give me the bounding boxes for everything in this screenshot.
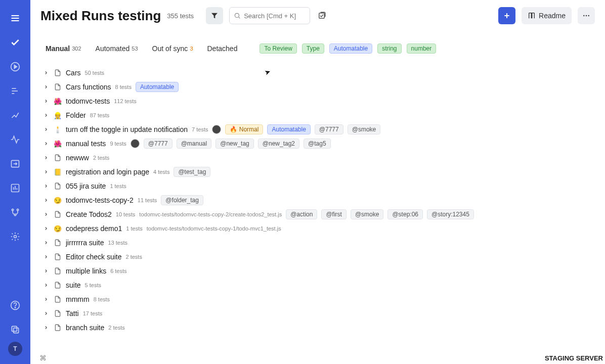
- import-icon[interactable]: [7, 156, 23, 172]
- global-tag[interactable]: Automatable: [329, 43, 372, 54]
- folder-row[interactable]: Cars functions8 testsAutomatable: [42, 80, 595, 94]
- keyboard-shortcut-icon[interactable]: ⌘: [39, 354, 52, 363]
- search-input-wrap[interactable]: [229, 7, 310, 24]
- folder-tag[interactable]: 🔥 Normal: [225, 124, 263, 134]
- folder-row[interactable]: 055 jira suite1 tests: [42, 179, 595, 193]
- chevron-right-icon[interactable]: [42, 83, 50, 90]
- folder-tests-count: 13 tests: [108, 240, 127, 246]
- gear-icon[interactable]: [7, 229, 23, 245]
- folder-tag[interactable]: @step:06: [387, 209, 423, 219]
- menu-icon[interactable]: [7, 10, 23, 26]
- chevron-right-icon[interactable]: [42, 324, 50, 331]
- chevron-right-icon[interactable]: [42, 225, 50, 232]
- steps-icon[interactable]: [7, 107, 23, 123]
- copy-icon[interactable]: [7, 322, 23, 338]
- folder-row[interactable]: 🌺manual tests9 tests@7777@manual@new_tag…: [42, 136, 595, 151]
- svg-point-32: [588, 15, 589, 16]
- add-button[interactable]: [498, 7, 515, 24]
- tab-automated[interactable]: Automated53: [96, 44, 138, 53]
- folder-row[interactable]: suite5 tests: [42, 278, 595, 292]
- chevron-right-icon[interactable]: [42, 239, 50, 246]
- chevron-right-icon[interactable]: [42, 211, 50, 218]
- chevron-right-icon[interactable]: [42, 154, 50, 161]
- folder-row[interactable]: newww2 tests: [42, 151, 595, 165]
- folder-row[interactable]: multiple links6 tests: [42, 264, 595, 278]
- pulse-icon[interactable]: [7, 131, 23, 148]
- search-input[interactable]: [244, 12, 306, 20]
- global-tag[interactable]: string: [377, 43, 401, 54]
- chevron-right-icon[interactable]: [42, 183, 50, 190]
- chevron-right-icon[interactable]: [42, 197, 50, 204]
- folder-row[interactable]: Cars50 tests: [42, 66, 595, 80]
- folder-tag[interactable]: @folder_tag: [161, 195, 203, 205]
- assignee-avatar[interactable]: [212, 125, 221, 134]
- folder-row[interactable]: Tatti17 tests: [42, 306, 595, 321]
- chevron-right-icon[interactable]: [42, 168, 50, 175]
- readme-button[interactable]: Readme: [522, 7, 572, 24]
- folder-row[interactable]: jirrrrrra suite13 tests: [42, 236, 595, 250]
- tab-count: 53: [132, 46, 138, 52]
- svg-marker-4: [14, 65, 17, 69]
- folder-tests-count: 2 tests: [93, 155, 109, 161]
- folder-row[interactable]: 😏todomvc-tests-copy-211 tests@folder_tag: [42, 193, 595, 207]
- folder-tag[interactable]: @tag5: [304, 139, 331, 149]
- folder-tag[interactable]: @smoke: [348, 124, 381, 134]
- folder-tag[interactable]: @test_tag: [174, 167, 210, 177]
- chevron-right-icon[interactable]: [42, 310, 50, 317]
- folder-tag[interactable]: @7777: [315, 124, 343, 134]
- play-icon[interactable]: [7, 59, 23, 75]
- folder-tag[interactable]: @7777: [144, 139, 172, 149]
- folder-tag[interactable]: Automatable: [267, 124, 310, 134]
- assignee-avatar[interactable]: [131, 139, 140, 148]
- chevron-right-icon[interactable]: [42, 267, 50, 275]
- folder-tag[interactable]: @first: [321, 209, 347, 219]
- folder-tag[interactable]: @new_tag2: [258, 139, 299, 149]
- folder-row[interactable]: mmmm8 tests: [42, 292, 595, 306]
- chevron-right-icon[interactable]: [42, 98, 50, 105]
- folder-name: suite: [66, 281, 81, 289]
- global-tag[interactable]: number: [407, 43, 437, 54]
- folder-tag[interactable]: @smoke: [351, 209, 384, 219]
- folder-tag[interactable]: @manual: [177, 139, 212, 149]
- chevron-right-icon[interactable]: [42, 296, 50, 303]
- folder-tag[interactable]: @action: [286, 209, 317, 219]
- folder-row[interactable]: 📒registration and login page4 tests@test…: [42, 165, 595, 179]
- tab-out-of-sync[interactable]: Out of sync3: [152, 44, 193, 53]
- folder-path: todomvc-tests/todomvc-tests-copy-2/creat…: [139, 211, 282, 217]
- chevron-right-icon[interactable]: [42, 140, 50, 147]
- tab-manual[interactable]: Manual302: [46, 44, 81, 53]
- folder-row[interactable]: 👷Folder87 tests: [42, 108, 595, 122]
- global-tag[interactable]: Type: [302, 43, 324, 54]
- check-icon[interactable]: [7, 34, 23, 51]
- folder-tag[interactable]: @story:12345: [427, 209, 474, 219]
- folder-tests-count: 8 tests: [115, 84, 131, 90]
- plan-icon[interactable]: [7, 83, 23, 99]
- folder-tests-count: 1 tests: [126, 225, 142, 232]
- global-tags: To ReviewTypeAutomatablestringnumber: [260, 43, 436, 54]
- folder-tag[interactable]: Automatable: [136, 82, 179, 92]
- folder-row[interactable]: branch suite2 tests: [42, 321, 595, 335]
- file-icon: [54, 69, 62, 77]
- chevron-right-icon[interactable]: [42, 253, 50, 260]
- chevron-right-icon[interactable]: [42, 282, 50, 289]
- tab-detached[interactable]: Detached: [207, 44, 238, 53]
- help-icon[interactable]: [7, 297, 23, 313]
- more-button[interactable]: [578, 7, 595, 24]
- chart-icon[interactable]: [7, 180, 23, 196]
- folder-tests-count: 11 tests: [138, 197, 157, 203]
- folder-row[interactable]: 🌺todomvc-tests112 tests: [42, 94, 595, 108]
- chevron-right-icon[interactable]: [42, 126, 50, 133]
- folder-row[interactable]: Create Todos210 teststodomvc-tests/todom…: [42, 207, 595, 221]
- folder-tag[interactable]: @new_tag: [215, 139, 254, 149]
- svg-marker-22: [211, 13, 218, 19]
- chevron-right-icon[interactable]: [42, 69, 50, 76]
- user-avatar[interactable]: T: [8, 342, 22, 356]
- multiselect-button[interactable]: [316, 10, 327, 21]
- chevron-right-icon[interactable]: [42, 112, 50, 119]
- global-tag[interactable]: To Review: [260, 43, 296, 54]
- folder-row[interactable]: Editor check suite2 tests: [42, 250, 595, 264]
- filter-button[interactable]: [206, 7, 223, 24]
- folder-row[interactable]: 🕯️turn off the toggle in update notifica…: [42, 122, 595, 136]
- folder-row[interactable]: 😏codepress demo11 teststodomvc-tests/tod…: [42, 221, 595, 236]
- branch-icon[interactable]: [7, 204, 23, 220]
